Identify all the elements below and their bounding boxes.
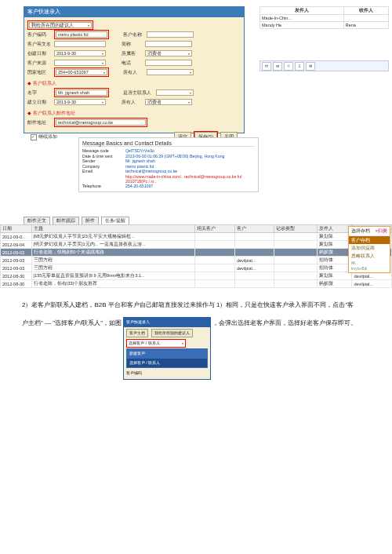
owner-dropdown[interactable] — [147, 69, 194, 75]
popup-item-ignore[interactable]: 忽略联系人 — [349, 252, 390, 260]
lbl-short: 简称 — [122, 42, 143, 47]
table-row[interactable]: Made-In-Chin... — [260, 15, 389, 22]
continue-checkbox[interactable] — [31, 134, 37, 140]
lbl-owner: 所有人 — [123, 70, 145, 75]
tab-strip: 邮件正文 邮件跟踪 附件 任务/提醒 — [24, 217, 392, 224]
archive-popup: 选择存档×归类 客户存档 添加供应商 忽略联系人 网... lmylo-Bili — [348, 226, 390, 273]
small-opt-select[interactable]: 选择客户 / 联系人 — [127, 359, 207, 368]
lbl-name2: 客户名称 — [123, 32, 145, 38]
customer-code-field[interactable]: metro plastic ltd — [56, 31, 107, 38]
lbl-contact-name: 名字 — [27, 90, 53, 96]
lbl-en: 客户英文名 — [27, 42, 53, 47]
preset-button[interactable]: 我给所在国的建议人 — [27, 20, 93, 30]
owner2-dropdown[interactable]: 消费者 — [145, 99, 192, 105]
email-field[interactable]: technical@metrogroup.co.ke — [56, 119, 146, 126]
small-code-label: 客户编码 — [126, 370, 208, 377]
table-row[interactable]: 2012-08-30[155元零单提直资留质预讲]9.9 元用8mm电影来自3:… — [1, 272, 392, 280]
mail-list-table: 日期 主题 相关客户 客户 记录类型 发件人 收件人 2012-09-0...[… — [0, 224, 392, 288]
popup-item-customer[interactable]: 客户存档 — [349, 236, 390, 244]
mail-icon[interactable]: ✉ — [273, 62, 282, 71]
rt-h2[interactable]: 收件人 — [343, 7, 388, 15]
lbl-build: 建立日期 — [27, 100, 53, 105]
small-dialog: 客户快速录入 客户主档 我给所在国的建议人 选择客户 / 联系人 新建客户 选择… — [123, 317, 211, 379]
customer-name-field[interactable] — [147, 31, 194, 38]
email-link[interactable]: technical@metrogroup.co.ke — [125, 169, 255, 173]
right-table: 发件人 收件人 Made-In-Chin... Mandy HeRena — [260, 6, 389, 29]
source-dropdown[interactable] — [54, 60, 106, 66]
doc-p2b: ，会弹出选择老客户界面，选择好老客户保存即可。 — [212, 317, 357, 329]
small-dialog-title: 客户快速录入 — [124, 318, 210, 327]
message-panel: Message Basics and Contact Details Messa… — [78, 137, 259, 192]
contact-name-field[interactable]: Mr. jignesh shah — [56, 89, 107, 96]
table-row[interactable]: Mandy HeRena — [260, 22, 389, 29]
lbl-phone: 电话 — [122, 60, 143, 66]
contact-section-label: 客户联系人 — [33, 81, 56, 86]
table-row[interactable]: 2012-09-0...[68元梦幻双肩人手节表]23元 平安大规格编辑框...… — [1, 233, 392, 241]
lbl-created: 创建日期 — [27, 51, 53, 56]
small-dropdown-list: 新建客户 选择客户 / 联系人 — [126, 348, 208, 368]
table-header-row: 日期 主题 相关客户 客户 记录类型 发件人 收件人 — [1, 225, 392, 233]
quick-entry-dialog: 客户快速录入 我给所在国的建议人 客户编码 metro plastic ltd … — [24, 6, 245, 133]
lbl-src: 客户来源 — [27, 60, 53, 66]
email-section-label: 客户联系人邮件地址 — [33, 111, 75, 116]
top-region: 发件人 收件人 Made-In-Chin... Mandy HeRena ⟳ ✉… — [0, 0, 392, 163]
tab-mail-body[interactable]: 邮件正文 — [24, 217, 50, 224]
small-select-dropdown[interactable]: 选择客户 / 联系人 — [126, 339, 186, 348]
refresh-icon[interactable]: ⟳ — [262, 62, 271, 71]
doc-p2a: 户主档" — "选择客户/联系人"，如图 — [22, 317, 122, 329]
right-panel: 发件人 收件人 Made-In-Chin... Mandy HeRena ⟳ ✉… — [260, 6, 389, 71]
created-date-field[interactable]: 2013-9-30 — [54, 50, 106, 56]
popup-header: 选择存档 — [351, 228, 370, 234]
red-link[interactable]: http://www.made-in-china.com/...technica… — [125, 174, 255, 184]
table-row[interactable]: 2012-08-30行者老陈，你有(33)个朋友推荐蚂蚁微devilpial..… — [1, 280, 392, 288]
lbl-cat: 所属客 — [122, 51, 143, 56]
table-row[interactable]: 2012-09-03三国方程devilpial...招待体 — [1, 264, 392, 272]
lbl-owner2: 所有人 — [122, 100, 143, 105]
tab-attach[interactable]: 附件 — [82, 217, 99, 224]
lbl-country: 国家地区 — [27, 70, 53, 75]
table-row[interactable]: 2012-09-04[明天梦幻双肩人手囊买]1元内... 一蓝海直接夜夜云游..… — [1, 241, 392, 249]
table-row[interactable]: 2012-09-03三国方程devilpial...招待体 — [1, 257, 392, 264]
category-dropdown[interactable]: 消费者 — [145, 50, 192, 56]
download-icon[interactable]: ⇩ — [295, 62, 304, 71]
tab-mail-track[interactable]: 邮件跟踪 — [53, 217, 79, 224]
table-row-selected[interactable]: 2012-09-03行者老陈，快晚到50个来读跳海路蚂蚁微devilpial..… — [1, 249, 392, 257]
small-preset-button[interactable]: 我给所在国的建议人 — [151, 329, 193, 337]
document-text: 2）老客户新联系人建档，B2B 平台和客户自己邮箱直接发过来操作与 1）相同，只… — [22, 299, 370, 311]
popup-item-supplier[interactable]: 添加供应商 — [349, 244, 390, 252]
star-icon[interactable]: ☆ — [284, 62, 293, 71]
country-dropdown[interactable]: 254=00-651097 — [56, 69, 107, 75]
right-toolbar: ⟳ ✉ ☆ ⇩ ⚙ — [260, 60, 389, 71]
dialog-title: 客户快速录入 — [24, 7, 244, 17]
lbl-code: 客户编码 — [27, 32, 53, 38]
small-opt-new[interactable]: 新建客户 — [127, 349, 207, 359]
main-contact-dropdown[interactable] — [156, 89, 194, 96]
lbl-email: 邮件地址 — [27, 120, 53, 126]
short-name-field[interactable] — [145, 41, 192, 47]
tab-tasks[interactable]: 任务/提醒 — [101, 217, 129, 224]
popup-close-tag[interactable]: ×归类 — [376, 228, 387, 234]
rt-h1[interactable]: 发件人 — [260, 7, 344, 15]
phone-field[interactable] — [145, 60, 192, 66]
small-master-button[interactable]: 客户主档 — [126, 329, 148, 337]
en-name-field[interactable] — [54, 41, 106, 47]
gear-icon[interactable]: ⚙ — [306, 62, 315, 71]
build-date-field[interactable]: 2013-9-30 — [54, 99, 106, 105]
message-title: Message Basics and Contact Details — [82, 140, 255, 147]
continue-label: 继续添加 — [38, 134, 57, 140]
lbl-main: 是否主联系人 — [123, 90, 154, 96]
